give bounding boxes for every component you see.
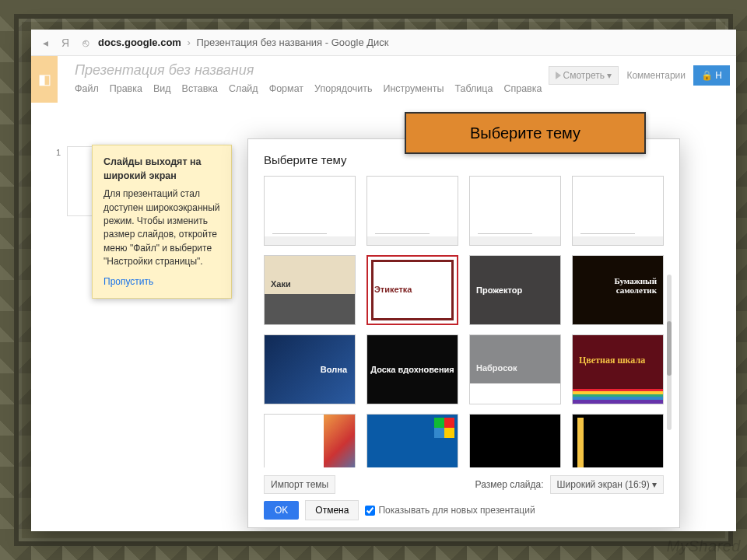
annotation-callout: Выберите тему — [405, 112, 646, 154]
yandex-icon[interactable]: Я — [58, 37, 73, 49]
menu-help[interactable]: Справка — [503, 83, 542, 94]
theme-grid: Хаки Этикетка Прожектор Бумажный самолет… — [264, 176, 664, 467]
tip-skip-link[interactable]: Пропустить — [103, 275, 153, 289]
theme-item[interactable]: Цветная шкала — [572, 334, 664, 404]
import-theme-button[interactable]: Импорт темы — [264, 475, 335, 494]
url-text[interactable]: docs.google.com › Презентация без назван… — [98, 37, 389, 48]
theme-item[interactable] — [572, 414, 664, 467]
theme-item[interactable] — [366, 176, 458, 246]
play-icon — [556, 72, 561, 79]
url-host: docs.google.com — [98, 37, 181, 48]
scrollbar[interactable] — [667, 275, 672, 430]
present-button[interactable]: Смотреть ▾ — [549, 66, 619, 85]
theme-item[interactable]: Бумажный самолетик — [572, 255, 664, 325]
comments-button[interactable]: Комментарии — [626, 70, 686, 81]
menu-file[interactable]: Файл — [75, 83, 99, 94]
dialog-footer: Импорт темы Размер слайда: Широкий экран… — [264, 467, 664, 494]
theme-item[interactable] — [366, 414, 458, 467]
app-rail: ◧ — [31, 56, 58, 103]
top-right-controls: Смотреть ▾ Комментарии 🔒 Н — [549, 65, 730, 86]
theme-dialog: Выберите тему Хаки Этикетка Прожектор Бу… — [247, 138, 680, 528]
menu-view[interactable]: Вид — [153, 83, 171, 94]
browser-window: ◂ Я ⎋ docs.google.com › Презентация без … — [31, 30, 736, 531]
theme-item[interactable] — [469, 176, 561, 246]
theme-item[interactable]: Доска вдохновения — [366, 334, 458, 404]
share-button[interactable]: 🔒 Н — [693, 65, 730, 86]
widescreen-tip: Слайды выходят на широкий экран Для през… — [92, 145, 232, 299]
menu-insert[interactable]: Вставка — [182, 83, 218, 94]
menu-table[interactable]: Таблица — [454, 83, 493, 94]
theme-item[interactable] — [264, 176, 356, 246]
theme-item[interactable]: Вестерн — [264, 414, 356, 467]
slide-size-label: Размер слайда: — [475, 479, 544, 490]
slide-number: 1 — [56, 148, 61, 157]
tip-title: Слайды выходят на широкий экран — [103, 155, 220, 183]
show-for-new-checkbox[interactable]: Показывать для новых презентаций — [365, 505, 535, 516]
menu-arrange[interactable]: Упорядочить — [314, 83, 372, 94]
theme-item[interactable] — [572, 176, 664, 246]
theme-item[interactable]: Хаки — [264, 255, 356, 325]
tip-body: Для презентаций стал доступен широкоэкра… — [103, 187, 220, 268]
theme-item[interactable]: Волна — [264, 334, 356, 404]
url-sep: › — [188, 37, 191, 48]
dialog-title: Выберите тему — [264, 153, 664, 166]
dialog-actions: OK Отмена Показывать для новых презентац… — [264, 500, 664, 520]
watermark: MyShared — [667, 537, 741, 555]
theme-item[interactable]: Набросок — [469, 334, 561, 404]
menu-format[interactable]: Формат — [269, 83, 303, 94]
cancel-button[interactable]: Отмена — [305, 500, 359, 520]
menu-slide[interactable]: Слайд — [229, 83, 258, 94]
menu-edit[interactable]: Правка — [110, 83, 142, 94]
slide-size-select[interactable]: Широкий экран (16:9) ▾ — [550, 475, 664, 494]
theme-item[interactable]: Прожектор — [469, 255, 561, 325]
ok-button[interactable]: OK — [264, 501, 299, 520]
theme-item-selected[interactable]: Этикетка — [366, 255, 458, 325]
page-title: Презентация без названия - Google Диск — [197, 37, 389, 48]
checkbox-input[interactable] — [365, 506, 375, 516]
theme-item[interactable] — [469, 414, 561, 467]
menu-tools[interactable]: Инструменты — [383, 83, 444, 94]
back-icon[interactable]: ◂ — [37, 37, 53, 49]
lock-icon: ⎋ — [78, 37, 93, 49]
address-bar: ◂ Я ⎋ docs.google.com › Презентация без … — [31, 30, 736, 56]
